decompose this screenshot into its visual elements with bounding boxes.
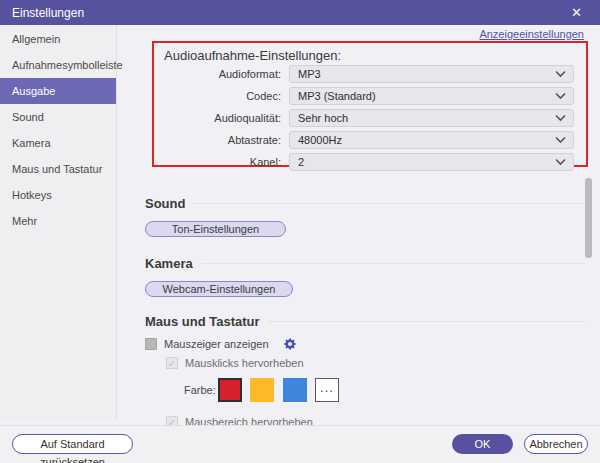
dialog-title: Einstellungen xyxy=(12,6,84,20)
content-area: Anzeigeeinstellungen Audioaufnahme-Einst… xyxy=(117,25,600,425)
display-settings-link[interactable]: Anzeigeeinstellungen xyxy=(479,28,584,40)
camera-section-header: Kamera xyxy=(145,256,585,271)
mouse-section-header: Maus und Tastatur xyxy=(145,314,585,329)
sidebar-item-ausgabe[interactable]: Ausgabe xyxy=(0,78,116,104)
vertical-scrollbar-thumb[interactable] xyxy=(585,178,592,258)
chevron-down-icon xyxy=(555,136,566,144)
cancel-button[interactable]: Abbrechen xyxy=(524,434,588,454)
samplerate-label: Abtastrate: xyxy=(154,134,289,146)
channel-value: 2 xyxy=(298,156,304,168)
show-cursor-row: Mauszeiger anzeigen xyxy=(145,337,297,351)
chevron-down-icon xyxy=(555,92,566,100)
chevron-down-icon xyxy=(555,70,566,78)
audioformat-value: MP3 xyxy=(298,68,321,80)
section-divider xyxy=(201,263,585,264)
title-bar: Einstellungen ✕ xyxy=(0,0,600,25)
audioquality-label: Audioqualität: xyxy=(154,112,289,124)
color-swatch-red[interactable] xyxy=(218,378,242,402)
highlight-area-row: ✓ Mausbereich hervorheben xyxy=(166,416,313,425)
section-divider xyxy=(268,321,585,322)
highlight-clicks-checkbox[interactable]: ✓ xyxy=(166,357,178,369)
channel-select[interactable]: 2 xyxy=(289,153,574,171)
settings-dialog: Einstellungen ✕ Allgemein Aufnahmesymbol… xyxy=(0,0,600,463)
more-colors-button[interactable]: ... xyxy=(315,378,339,402)
codec-select[interactable]: MP3 (Standard) xyxy=(289,87,574,105)
section-divider xyxy=(193,203,585,204)
samplerate-row: Abtastrate: 48000Hz xyxy=(154,131,586,149)
sidebar-item-allgemein[interactable]: Allgemein xyxy=(0,26,116,52)
audio-settings-highlight-box: Audioaufnahme-Einstellungen: Audioformat… xyxy=(152,41,588,167)
chevron-down-icon xyxy=(555,114,566,122)
reset-default-button[interactable]: Auf Standard zurücksetzen xyxy=(12,434,133,454)
sound-section-header: Sound xyxy=(145,196,585,211)
audioformat-select[interactable]: MP3 xyxy=(289,65,574,83)
channel-label: Kanel: xyxy=(154,156,289,168)
sidebar-item-maus-tastatur[interactable]: Maus und Tastatur xyxy=(0,156,116,182)
highlight-area-label: Mausbereich hervorheben xyxy=(185,416,313,425)
color-swatch-yellow[interactable] xyxy=(250,378,274,402)
codec-label: Codec: xyxy=(154,90,289,102)
channel-row: Kanel: 2 xyxy=(154,153,586,171)
sidebar-item-kamera[interactable]: Kamera xyxy=(0,130,116,156)
webcam-settings-button[interactable]: Webcam-Einstellungen xyxy=(145,281,293,297)
color-label: Farbe: xyxy=(184,384,216,396)
camera-section-title: Kamera xyxy=(145,256,193,271)
footer-bar: Auf Standard zurücksetzen OK Abbrechen xyxy=(0,425,600,463)
audio-section-title: Audioaufnahme-Einstellungen: xyxy=(164,48,341,63)
audioquality-value: Sehr hoch xyxy=(298,112,348,124)
highlight-area-checkbox[interactable]: ✓ xyxy=(166,416,178,425)
highlight-clicks-row: ✓ Mausklicks hervorheben xyxy=(166,357,304,369)
codec-value: MP3 (Standard) xyxy=(298,90,376,102)
sidebar-item-hotkeys[interactable]: Hotkeys xyxy=(0,182,116,208)
show-cursor-label: Mauszeiger anzeigen xyxy=(164,338,269,350)
audioquality-row: Audioqualität: Sehr hoch xyxy=(154,109,586,127)
audioformat-label: Audioformat: xyxy=(154,68,289,80)
audioformat-row: Audioformat: MP3 xyxy=(154,65,586,83)
close-icon[interactable]: ✕ xyxy=(565,4,588,21)
ok-button[interactable]: OK xyxy=(452,434,513,454)
chevron-down-icon xyxy=(555,158,566,166)
sound-section-title: Sound xyxy=(145,196,185,211)
highlight-clicks-label: Mausklicks hervorheben xyxy=(185,357,304,369)
samplerate-select[interactable]: 48000Hz xyxy=(289,131,574,149)
color-swatch-blue[interactable] xyxy=(283,378,307,402)
sound-settings-button[interactable]: Ton-Einstellungen xyxy=(145,221,286,237)
mouse-section-title: Maus und Tastatur xyxy=(145,314,260,329)
sidebar-item-mehr[interactable]: Mehr xyxy=(0,208,116,234)
sidebar-item-sound[interactable]: Sound xyxy=(0,104,116,130)
audioquality-select[interactable]: Sehr hoch xyxy=(289,109,574,127)
samplerate-value: 48000Hz xyxy=(298,134,342,146)
gear-icon[interactable] xyxy=(283,337,297,351)
sidebar: Allgemein Aufnahmesymbolleiste Ausgabe S… xyxy=(0,25,117,420)
sidebar-item-aufnahmesymbolleiste[interactable]: Aufnahmesymbolleiste xyxy=(0,52,116,78)
codec-row: Codec: MP3 (Standard) xyxy=(154,87,586,105)
show-cursor-checkbox[interactable] xyxy=(145,338,157,350)
